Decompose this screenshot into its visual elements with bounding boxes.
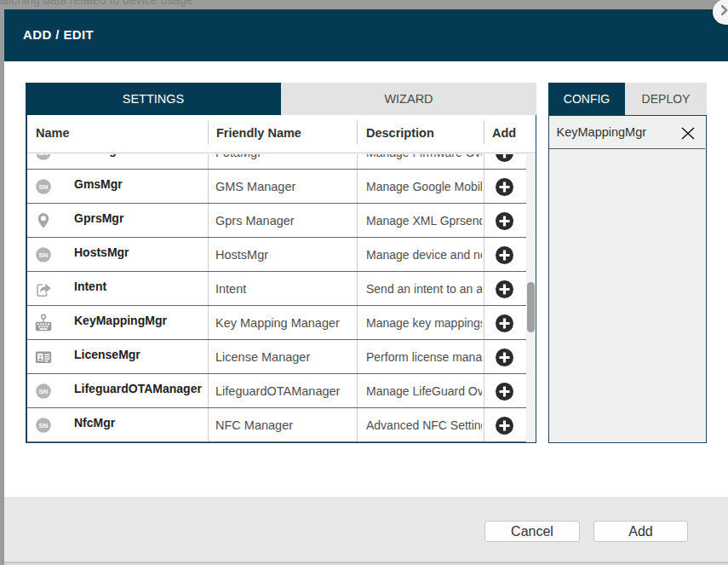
svg-text:SN: SN — [39, 388, 49, 395]
svg-text:SN: SN — [39, 183, 49, 191]
svg-text:SN: SN — [39, 154, 49, 157]
svg-text:SN: SN — [39, 251, 49, 259]
svg-text:SN: SN — [39, 422, 49, 430]
